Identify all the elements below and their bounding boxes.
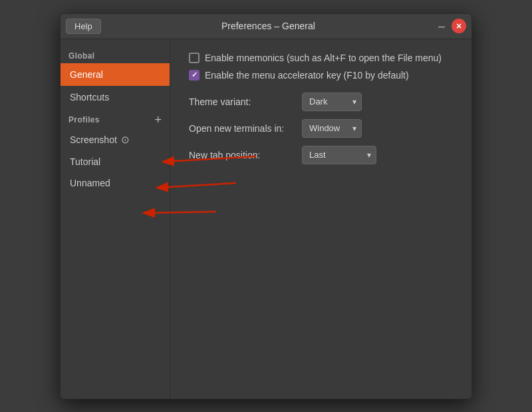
mnemonic-row: Enable mnemonics (such as Alt+F to open …: [189, 53, 453, 63]
add-profile-button[interactable]: +: [154, 114, 162, 126]
titlebar-left: Help: [66, 19, 101, 34]
theme-dropdown-wrapper: Dark Light System ▾: [302, 93, 362, 111]
open-new-row: Open new terminals in: Window Tab ▾: [189, 119, 453, 138]
tutorial-label: Tutorial: [70, 156, 100, 167]
new-tab-row: New tab position: Last First After curre…: [189, 146, 453, 164]
sidebar: Global General Shortcuts Profiles + Scre…: [61, 39, 170, 399]
new-tab-dropdown-wrapper: Last First After current ▾: [302, 146, 376, 164]
sidebar-item-screenshot[interactable]: Screenshot ⊙: [61, 128, 170, 151]
sidebar-item-shortcuts[interactable]: Shortcuts: [61, 86, 170, 108]
new-tab-dropdown[interactable]: Last First After current: [302, 146, 376, 164]
open-new-dropdown-wrapper: Window Tab ▾: [302, 119, 362, 138]
sidebar-item-tutorial[interactable]: Tutorial: [61, 151, 170, 172]
sidebar-shortcuts-label: Shortcuts: [70, 92, 109, 103]
minimize-button[interactable]: –: [436, 20, 448, 32]
titlebar-right: – ×: [436, 19, 466, 33]
theme-row: Theme variant: Dark Light System ▾: [189, 93, 453, 111]
window-content: Global General Shortcuts Profiles + Scre…: [61, 39, 471, 399]
open-new-label: Open new terminals in:: [189, 123, 302, 134]
mnemonic-checkbox[interactable]: [189, 53, 200, 63]
accelerator-row: Enable the menu accelerator key (F10 by …: [189, 70, 453, 81]
profiles-section-label: Profiles: [68, 115, 100, 124]
default-profile-icon: ⊙: [121, 134, 130, 146]
screenshot-label: Screenshot: [70, 134, 117, 145]
theme-label: Theme variant:: [189, 97, 302, 107]
sidebar-general-label: General: [70, 69, 103, 80]
help-button[interactable]: Help: [66, 19, 101, 34]
unnamed-label: Unnamed: [70, 178, 110, 188]
profiles-header: Profiles +: [61, 108, 170, 128]
mnemonic-label: Enable mnemonics (such as Alt+F to open …: [205, 53, 442, 63]
close-button[interactable]: ×: [452, 19, 466, 33]
sidebar-item-general[interactable]: General: [61, 63, 170, 86]
window-title: Preferences – General: [101, 21, 436, 31]
global-section-label: Global: [61, 46, 170, 63]
titlebar: Help Preferences – General – ×: [61, 14, 471, 39]
preferences-window: Help Preferences – General – × Global Ge…: [60, 13, 472, 399]
new-tab-label: New tab position:: [189, 150, 302, 160]
open-new-dropdown[interactable]: Window Tab: [302, 119, 362, 138]
main-panel: Enable mnemonics (such as Alt+F to open …: [170, 39, 471, 399]
accelerator-checkbox[interactable]: [189, 70, 200, 81]
sidebar-item-unnamed[interactable]: Unnamed: [61, 172, 170, 194]
theme-dropdown[interactable]: Dark Light System: [302, 93, 362, 111]
accelerator-label: Enable the menu accelerator key (F10 by …: [205, 70, 409, 81]
